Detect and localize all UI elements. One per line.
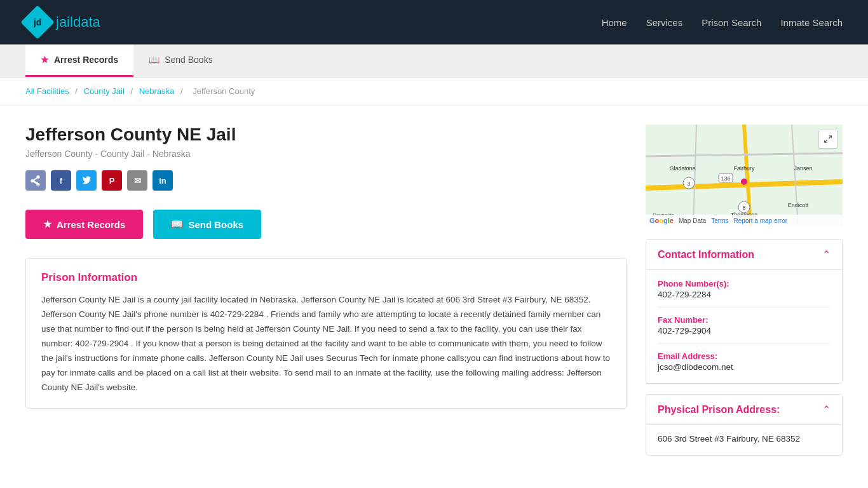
logo-diamond: jd [20, 5, 55, 39]
social-row: f P ✉ in [25, 170, 627, 191]
tab-arrest-records[interactable]: ★ Arrest Records [25, 44, 133, 77]
content-left: Jefferson County NE Jail Jefferson Count… [25, 125, 627, 466]
facebook-icon[interactable]: f [51, 170, 71, 191]
tab-send-books-label: Send Books [165, 55, 213, 65]
logo: jd jaildata [25, 10, 100, 34]
twitter-icon[interactable] [76, 170, 97, 191]
send-books-label: Send Books [188, 219, 243, 230]
logo-data: data [73, 14, 100, 30]
map-container: 136 3 8 Gladstone Fairbury Jansen Thomps… [646, 125, 843, 226]
svg-text:3: 3 [687, 180, 690, 187]
svg-point-20 [741, 179, 747, 185]
prison-info-text: Jefferson County NE Jail is a county jai… [41, 293, 611, 395]
map-svg: 136 3 8 Gladstone Fairbury Jansen Thomps… [646, 125, 843, 226]
nav-home[interactable]: Home [602, 17, 627, 28]
breadcrumb-county-jail[interactable]: County Jail [84, 86, 125, 96]
email-value: jcso@diodecom.net [658, 362, 831, 372]
nav-inmate-search[interactable]: Inmate Search [780, 17, 843, 28]
linkedin-icon[interactable]: in [153, 170, 173, 191]
svg-text:Endicott: Endicott [788, 202, 809, 208]
google-logo: Google [649, 217, 674, 224]
svg-line-1 [825, 140, 827, 142]
address-card-body: 606 3rd Street #3 Fairbury, NE 68352 [646, 425, 842, 455]
breadcrumb-sep-3: / [180, 86, 183, 96]
logo-text: jaildata [56, 14, 100, 30]
logo-jd-text: jd [34, 17, 41, 27]
send-books-book-icon: 📖 [171, 219, 183, 230]
map-data-label: Map Data [679, 217, 706, 224]
phone-label: Phone Number(s): [658, 279, 831, 288]
contact-chevron-icon[interactable]: ⌃ [822, 248, 831, 261]
arrest-records-button[interactable]: ★ Arrest Records [25, 210, 143, 239]
contact-card: Contact Information ⌃ Phone Number(s): 4… [646, 239, 843, 384]
map-report-label[interactable]: Report a map error [734, 217, 787, 224]
svg-line-0 [829, 136, 831, 139]
contact-card-header: Contact Information ⌃ [646, 240, 842, 270]
email-label: Email Address: [658, 351, 831, 361]
breadcrumb-sep-2: / [130, 86, 133, 96]
share-icon[interactable] [25, 170, 46, 191]
pinterest-icon[interactable]: P [102, 170, 122, 191]
star-icon: ★ [41, 55, 49, 65]
nav-services[interactable]: Services [646, 17, 683, 28]
email-icon[interactable]: ✉ [127, 170, 147, 191]
arrest-star-icon: ★ [43, 219, 51, 230]
action-buttons: ★ Arrest Records 📖 Send Books [25, 210, 627, 239]
breadcrumb-nebraska[interactable]: Nebraska [139, 86, 175, 96]
logo-jail: jail [56, 14, 73, 30]
address-card: Physical Prison Address: ⌃ 606 3rd Stree… [646, 394, 843, 456]
svg-text:Jansen: Jansen [794, 165, 812, 172]
map-footer: Google Map Data Terms Report a map error [646, 215, 843, 226]
prison-info-section: Prison Information Jefferson County NE J… [25, 258, 627, 409]
tab-send-books[interactable]: 📖 Send Books [133, 44, 228, 77]
address-chevron-icon[interactable]: ⌃ [822, 403, 831, 416]
address-value: 606 3rd Street #3 Fairbury, NE 68352 [658, 434, 831, 444]
arrest-records-label: Arrest Records [57, 219, 125, 230]
fax-value: 402-729-2904 [658, 326, 831, 336]
nav-prison-search[interactable]: Prison Search [702, 17, 761, 28]
main-nav: Home Services Prison Search Inmate Searc… [602, 17, 843, 28]
address-card-header: Physical Prison Address: ⌃ [646, 395, 842, 425]
facility-title: Jefferson County NE Jail [25, 125, 627, 145]
main-container: Jefferson County NE Jail Jefferson Count… [0, 105, 868, 485]
book-icon: 📖 [149, 55, 159, 65]
content-right: 136 3 8 Gladstone Fairbury Jansen Thomps… [646, 125, 843, 466]
tab-arrest-records-label: Arrest Records [54, 55, 118, 65]
svg-text:Gladstone: Gladstone [669, 165, 695, 172]
phone-value: 402-729-2284 [658, 290, 831, 299]
map-terms-label[interactable]: Terms [711, 217, 728, 224]
contact-divider-2 [658, 343, 831, 344]
svg-text:136: 136 [721, 175, 730, 182]
header: jd jaildata Home Services Prison Search … [0, 0, 868, 44]
address-section-title: Physical Prison Address: [658, 404, 780, 416]
send-books-button[interactable]: 📖 Send Books [153, 210, 261, 239]
breadcrumb-current: Jefferson County [193, 86, 255, 96]
fax-label: Fax Number: [658, 315, 831, 325]
subnav: ★ Arrest Records 📖 Send Books [0, 44, 868, 78]
breadcrumb: All Facilities / County Jail / Nebraska … [0, 78, 868, 105]
map-expand-button[interactable] [818, 130, 837, 149]
facility-subtitle: Jefferson County - County Jail - Nebrask… [25, 149, 627, 159]
prison-info-title: Prison Information [41, 271, 611, 284]
contact-card-body: Phone Number(s): 402-729-2284 Fax Number… [646, 270, 842, 383]
breadcrumb-sep-1: / [75, 86, 78, 96]
contact-divider-1 [658, 307, 831, 308]
svg-text:Fairbury: Fairbury [733, 165, 755, 172]
contact-section-title: Contact Information [658, 249, 754, 261]
svg-text:8: 8 [742, 205, 745, 211]
breadcrumb-all-facilities[interactable]: All Facilities [25, 86, 69, 96]
